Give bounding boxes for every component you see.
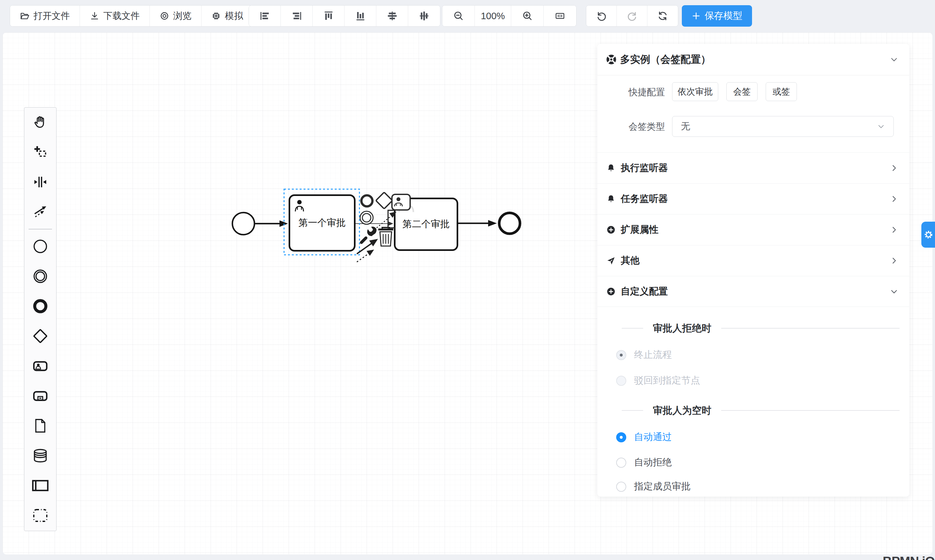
palette-data-object[interactable]	[32, 417, 49, 434]
align-center-vertical-button[interactable]	[408, 6, 440, 26]
lasso-tool[interactable]	[32, 144, 49, 160]
simulate-button[interactable]: 模拟	[201, 6, 253, 26]
task-label: 第二个审批	[403, 218, 450, 231]
section-label: 扩展属性	[621, 223, 884, 236]
align-center-horizontal-icon	[386, 10, 398, 22]
align-top-button[interactable]	[313, 6, 344, 26]
open-file-button[interactable]: 打开文件	[10, 6, 80, 26]
zoom-level[interactable]: 100%	[475, 6, 511, 26]
intermediate-event-icon	[32, 268, 48, 284]
zoom-out-button[interactable]	[442, 6, 475, 26]
task-second-approval[interactable]: 第二个审批	[394, 198, 458, 251]
section-label: 自定义配置	[621, 285, 884, 298]
task-first-approval[interactable]: 第一个审批	[289, 194, 355, 252]
align-left-button[interactable]	[249, 6, 281, 26]
change-type-wrench-icon	[367, 226, 377, 237]
palette-subprocess[interactable]	[32, 388, 49, 404]
space-tool[interactable]	[32, 174, 49, 191]
chip-icon	[211, 11, 221, 21]
settings-tab[interactable]	[921, 222, 935, 248]
align-bottom-button[interactable]	[344, 6, 376, 26]
palette-end-event[interactable]	[32, 298, 49, 315]
palette-intermediate-event[interactable]	[32, 268, 49, 285]
quick-option-countersign[interactable]: 会签	[726, 82, 758, 101]
align-center-horizontal-button[interactable]	[376, 6, 408, 26]
divider-line	[721, 328, 900, 329]
section-execution-listener[interactable]: 执行监听器	[597, 152, 909, 183]
palette-participant[interactable]	[32, 477, 49, 494]
radio-button[interactable]	[616, 458, 626, 468]
section-extended-properties[interactable]: 扩展属性	[597, 214, 909, 245]
space-tool-icon	[33, 175, 48, 189]
palette-gateway[interactable]	[32, 328, 49, 345]
start-event-icon	[32, 238, 48, 254]
bpmn-io-logo[interactable]: BPMN.iO	[883, 554, 935, 560]
radio-button[interactable]	[616, 482, 626, 492]
section-custom-config[interactable]: 自定义配置	[597, 276, 909, 307]
zoom-out-icon	[453, 11, 464, 22]
chevron-down-icon	[877, 123, 885, 130]
simulate-label: 模拟	[225, 10, 243, 22]
quick-option-orsign[interactable]: 或签	[766, 82, 797, 101]
send-icon	[606, 256, 615, 265]
save-model-button[interactable]: 保存模型	[682, 5, 752, 27]
bell-icon	[606, 163, 615, 172]
radio-assign-member[interactable]: 指定成员审批	[616, 479, 690, 494]
preview-button[interactable]: 浏览	[150, 6, 201, 26]
radio-return-to-node[interactable]: 驳回到指定节点	[616, 374, 700, 388]
chevron-right-icon	[890, 226, 898, 234]
section-label: 执行监听器	[621, 162, 884, 175]
hand-tool-icon	[33, 115, 48, 130]
sign-type-value: 无	[681, 120, 877, 133]
panel-header[interactable]: 多实例（会签配置）	[597, 44, 909, 75]
properties-panel: 多实例（会签配置） 快捷配置 依次审批 会签 或签 会签类型 无 执行监听器 任…	[597, 44, 909, 497]
align-right-icon	[291, 10, 303, 22]
sign-type-select[interactable]: 无	[672, 116, 894, 137]
download-icon	[90, 11, 100, 21]
bell-icon	[606, 194, 615, 203]
radio-button[interactable]	[616, 432, 626, 442]
radio-terminate-process[interactable]: 终止流程	[616, 348, 672, 362]
open-file-label: 打开文件	[34, 10, 70, 22]
palette-group[interactable]	[32, 507, 49, 524]
zoom-reset-button[interactable]	[544, 6, 576, 26]
quick-config-label: 快捷配置	[597, 86, 665, 98]
chevron-down-icon[interactable]	[890, 55, 898, 64]
divider-line	[721, 410, 900, 411]
section-other[interactable]: 其他	[597, 245, 909, 276]
quick-config-row: 快捷配置 依次审批 会签 或签	[597, 82, 909, 102]
group-icon	[32, 508, 48, 523]
download-file-button[interactable]: 下载文件	[80, 6, 150, 26]
subprocess-icon	[32, 388, 48, 404]
panel-title: 多实例（会签配置）	[620, 53, 886, 66]
task-label: 第一个审批	[299, 217, 346, 229]
radio-button[interactable]	[616, 350, 626, 360]
section-task-listener[interactable]: 任务监听器	[597, 183, 909, 214]
align-button-group	[249, 5, 440, 27]
redo-button[interactable]	[617, 6, 647, 26]
quick-option-sequential[interactable]: 依次审批	[672, 82, 718, 101]
palette-data-store[interactable]	[32, 447, 49, 464]
redo-icon	[627, 11, 638, 22]
user-task-icon	[294, 198, 306, 213]
delete-trash-icon	[378, 228, 393, 246]
palette-user-task[interactable]	[32, 357, 49, 374]
undo-button[interactable]	[586, 6, 617, 26]
radio-auto-reject[interactable]: 自动拒绝	[616, 455, 672, 470]
file-button-group: 打开文件 下载文件 浏览 模拟	[10, 5, 253, 27]
restart-button[interactable]	[647, 6, 678, 26]
section-label: 其他	[621, 254, 884, 267]
radio-auto-pass[interactable]: 自动通过	[616, 430, 672, 444]
end-event-icon	[32, 298, 48, 314]
palette-start-event[interactable]	[32, 238, 49, 255]
align-right-button[interactable]	[281, 6, 313, 26]
section-label: 任务监听器	[621, 192, 884, 205]
gateway-icon	[32, 328, 48, 344]
zoom-in-button[interactable]	[511, 6, 544, 26]
divider-line	[622, 328, 643, 329]
preview-icon	[160, 11, 169, 21]
hand-tool[interactable]	[32, 114, 49, 131]
group-title: 审批人拒绝时	[653, 322, 711, 335]
global-connect-tool[interactable]	[32, 203, 49, 220]
radio-button[interactable]	[616, 376, 626, 386]
